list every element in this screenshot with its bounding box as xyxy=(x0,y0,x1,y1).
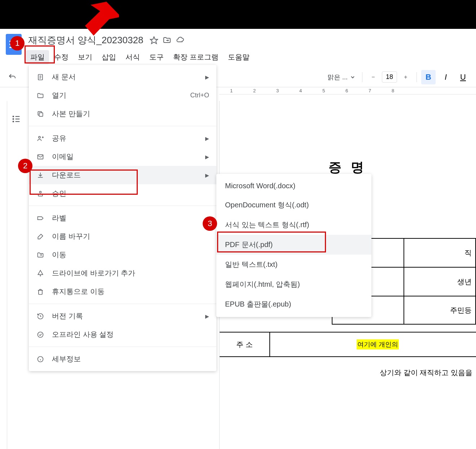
menu-help[interactable]: 도움말 xyxy=(224,50,254,64)
menu-details[interactable]: 세부정보 xyxy=(29,350,216,368)
menu-view[interactable]: 보기 xyxy=(74,50,97,64)
download-docx[interactable]: Microsoft Word(.docx) xyxy=(216,177,371,195)
underline-button[interactable]: U xyxy=(456,72,470,82)
menu-new-document[interactable]: 새 문서 ▶ xyxy=(29,68,216,86)
approve-icon xyxy=(36,189,45,198)
horizontal-ruler[interactable]: 1 2 3 4 5 6 7 8 xyxy=(219,87,476,94)
svg-point-13 xyxy=(39,136,40,138)
annotation-badge-2: 2 xyxy=(18,159,32,173)
annotation-arrow xyxy=(61,0,119,47)
menu-email[interactable]: 이메일 ▶ xyxy=(29,148,216,166)
email-icon xyxy=(36,153,45,161)
history-icon xyxy=(36,312,45,321)
folder-icon xyxy=(36,91,45,100)
menu-download[interactable]: 다운로드 ▶ xyxy=(29,166,216,184)
trash-icon xyxy=(36,287,45,296)
italic-button[interactable]: I xyxy=(438,72,453,82)
download-txt[interactable]: 일반 텍스트(.txt) xyxy=(216,255,371,274)
svg-point-17 xyxy=(40,191,41,193)
file-menu-dropdown: 새 문서 ▶ 열기 Ctrl+O 사본 만들기 공유 ▶ 이메일 ▶ 다운로드 … xyxy=(29,65,216,371)
info-icon xyxy=(36,355,45,364)
menu-rename[interactable]: 이름 바꾸기 xyxy=(29,227,216,246)
new-doc-icon xyxy=(36,73,45,82)
font-family-select[interactable]: 맑은 ... xyxy=(325,73,358,82)
annotation-badge-1: 1 xyxy=(10,36,25,50)
cloud-status-icon[interactable] xyxy=(176,36,184,45)
download-odt[interactable]: OpenDocument 형식(.odt) xyxy=(216,195,371,215)
copy-icon xyxy=(36,110,45,118)
menu-open[interactable]: 열기 Ctrl+O xyxy=(29,86,216,105)
star-icon[interactable] xyxy=(150,36,158,45)
download-html[interactable]: 웹페이지(.html, 압축됨) xyxy=(216,274,371,294)
svg-point-20 xyxy=(38,332,43,337)
menu-tools[interactable]: 도구 xyxy=(145,50,168,64)
svg-marker-1 xyxy=(150,37,158,44)
menu-version-history[interactable]: 버전 기록 ▶ xyxy=(29,307,216,325)
menu-share[interactable]: 공유 ▶ xyxy=(29,129,216,148)
svg-point-3 xyxy=(13,119,14,119)
annotation-box-file xyxy=(25,45,55,63)
menu-label[interactable]: 라벨 xyxy=(29,209,216,227)
menu-trash[interactable]: 휴지통으로 이동 xyxy=(29,282,216,301)
svg-point-2 xyxy=(13,116,14,117)
download-rtf[interactable]: 서식 있는 텍스트 형식(.rtf) xyxy=(216,215,371,235)
menu-add-shortcut[interactable]: 드라이브에 바로가기 추가 xyxy=(29,264,216,282)
vertical-ruler[interactable] xyxy=(0,101,7,449)
offline-icon xyxy=(36,330,45,339)
rename-icon xyxy=(36,232,45,241)
outline-button[interactable] xyxy=(11,114,21,126)
menu-offline[interactable]: 오프라인 사용 설정 xyxy=(29,325,216,344)
download-submenu: Microsoft Word(.docx) OpenDocument 형식(.o… xyxy=(216,174,371,317)
menu-format[interactable]: 서식 xyxy=(121,50,144,64)
annotation-badge-3: 3 xyxy=(203,216,217,231)
bold-button[interactable]: B xyxy=(421,70,436,84)
font-size-input[interactable]: 18 xyxy=(382,71,397,83)
svg-marker-0 xyxy=(83,0,119,41)
address-row: 주 소 여기에 개인의 xyxy=(220,332,476,357)
menu-approve[interactable]: 승인 xyxy=(29,184,216,203)
download-pdf[interactable]: PDF 문서(.pdf) xyxy=(216,235,371,255)
move-folder-icon[interactable] xyxy=(163,36,171,45)
move-icon xyxy=(36,251,45,259)
add-shortcut-icon xyxy=(36,269,45,278)
svg-point-4 xyxy=(13,121,14,122)
menu-move[interactable]: 이동 xyxy=(29,246,216,264)
undo-button[interactable] xyxy=(6,71,19,84)
share-icon xyxy=(36,134,45,143)
menubar: 파일 수정 보기 삽입 서식 도구 확장 프로그램 도움말 xyxy=(26,50,470,64)
svg-rect-12 xyxy=(39,113,43,116)
menu-insert[interactable]: 삽입 xyxy=(97,50,120,64)
menu-make-copy[interactable]: 사본 만들기 xyxy=(29,105,216,123)
decrease-font-size-button[interactable]: − xyxy=(367,71,380,84)
label-icon xyxy=(36,214,45,223)
download-epub[interactable]: EPUB 출판물(.epub) xyxy=(216,294,371,314)
footer-text: 상기와 같이 재직하고 있음을 xyxy=(376,364,476,381)
download-icon xyxy=(36,171,45,180)
increase-font-size-button[interactable]: + xyxy=(399,71,412,84)
menu-extensions[interactable]: 확장 프로그램 xyxy=(169,50,223,64)
